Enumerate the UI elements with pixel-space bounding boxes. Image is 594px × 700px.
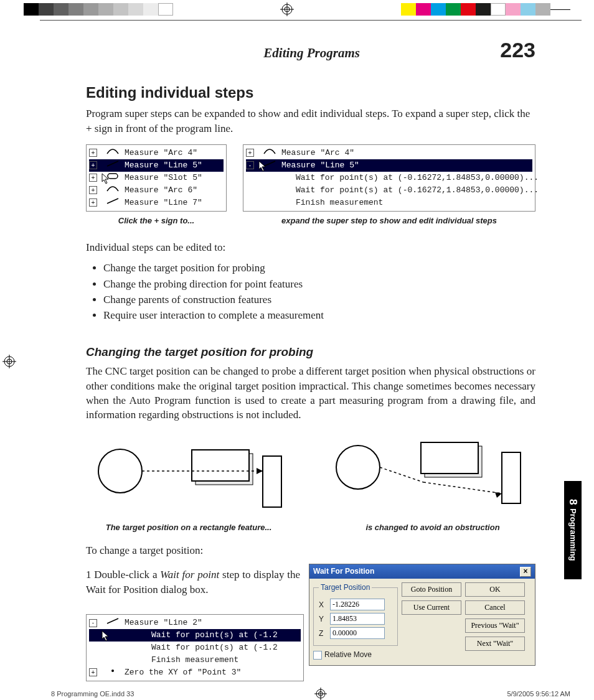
svg-rect-16 <box>263 456 281 507</box>
expand-icon[interactable]: + <box>89 174 97 182</box>
program-tree-expanded: +Measure "Arc 4"-Measure "Line 5"Wait fo… <box>243 144 535 212</box>
relative-move-label: Relative Move <box>324 650 372 660</box>
relative-move-checkbox[interactable] <box>313 651 322 660</box>
goto-position-button[interactable]: Goto Position <box>402 582 461 597</box>
svg-line-23 <box>380 467 423 482</box>
expand-icon[interactable]: + <box>246 149 254 157</box>
registration-mark-icon <box>2 355 16 368</box>
list-item: Require user interaction to complete a m… <box>103 308 535 322</box>
feature-icon <box>106 185 125 196</box>
lead-line: Individual steps can be edited to: <box>86 240 535 254</box>
expand-icon[interactable]: - <box>89 619 97 627</box>
tree-row-label: Measure "Arc 6" <box>125 185 197 196</box>
running-header: Editing Programs <box>123 45 500 61</box>
page: Editing Programs 223 Editing individual … <box>40 20 582 700</box>
bullet-list: Change the target position for probingCh… <box>103 261 535 323</box>
slug-timestamp: 5/9/2005 9:56:12 AM <box>507 690 570 698</box>
use-current-button[interactable]: Use Current <box>402 600 461 615</box>
ok-button[interactable]: OK <box>465 582 525 597</box>
tree-row[interactable]: +Measure "Arc 4" <box>246 147 532 159</box>
svg-line-26 <box>107 618 118 623</box>
tree-row-label: Wait for point(s) at (-0.16272,1.84853,0… <box>296 172 539 184</box>
tree-row[interactable]: Finish measurement <box>246 197 532 209</box>
tree-row[interactable]: Wait for point(s) at (-0.16272,1.84853,0… <box>246 184 532 197</box>
tree-row[interactable]: +Measure "Line 7" <box>89 197 224 209</box>
wait-for-position-dialog: Wait For Position × Target Position XYZ … <box>309 564 535 666</box>
axis-label: Z <box>319 628 330 639</box>
svg-marker-25 <box>495 492 502 498</box>
expand-icon[interactable]: + <box>89 161 97 169</box>
feature-icon <box>106 147 125 159</box>
list-item: Change the probing direction for point f… <box>103 277 535 291</box>
program-tree-collapsed: +Measure "Arc 4"+Measure "Line 5"+Measur… <box>86 144 227 212</box>
figure-caption: is changed to avoid an obstruction <box>330 522 535 533</box>
expand-icon[interactable]: + <box>89 198 97 207</box>
page-number: 223 <box>500 38 535 62</box>
tree-row-label: Zero the XY of "Point 3" <box>125 667 241 678</box>
previous-wait--button[interactable]: Previous "Wait" <box>465 618 525 633</box>
y-input[interactable] <box>330 613 385 625</box>
next-wait--button[interactable]: Next "Wait" <box>465 637 525 651</box>
tree-row[interactable]: Wait for point(s) at (-1.2 <box>89 629 301 642</box>
lead-line: To change a target position: <box>86 543 535 558</box>
tree-row[interactable]: -Measure "Line 2" <box>89 617 301 629</box>
tree-row[interactable]: Finish measurement <box>89 654 301 666</box>
list-item: Change parents of construction features <box>103 292 535 307</box>
tree-row[interactable]: Wait for point(s) at (-0.16272,1.84853,0… <box>246 172 532 184</box>
tree-row-label: Measure "Line 5" <box>125 160 202 171</box>
tree-row[interactable]: +Zero the XY of "Point 3" <box>89 666 301 679</box>
tree-row-label: Finish measurement <box>151 655 238 666</box>
program-tree-wait: -Measure "Line 2"Wait for point(s) at (-… <box>86 614 304 681</box>
tree-row-label: Measure "Line 2" <box>125 617 202 628</box>
tree-row-label: Measure "Arc 4" <box>281 147 354 159</box>
figure-caption: The target position on a rectangle featu… <box>86 522 291 533</box>
tree-row[interactable]: +Measure "Line 5" <box>89 159 224 172</box>
slug-file: 8 Programming OE.indd 33 <box>51 690 134 698</box>
printer-color-bars <box>0 0 594 16</box>
feature-icon <box>106 160 125 171</box>
tree-row-label: Finish measurement <box>296 197 383 208</box>
chapter-tab: 8 Programming <box>564 481 582 579</box>
expand-icon[interactable]: - <box>246 161 254 169</box>
tree-row[interactable]: +Measure "Arc 6" <box>89 184 224 197</box>
subheading: Changing the target position for probing <box>86 344 535 360</box>
expand-icon[interactable]: + <box>89 149 97 157</box>
tree-row[interactable]: Wait for point(s) at (-1.2 <box>89 642 301 654</box>
svg-rect-15 <box>192 450 249 481</box>
tree-row[interactable]: +Measure "Slot 5" <box>89 172 224 184</box>
tree-row-label: Wait for point(s) at (-1.2 <box>151 630 278 641</box>
x-input[interactable] <box>330 599 385 610</box>
list-item: Change the target position for probing <box>103 261 535 275</box>
svg-line-10 <box>107 198 118 203</box>
paragraph: The CNC target position can be changed t… <box>86 364 535 422</box>
section-heading: Editing individual steps <box>86 82 535 103</box>
svg-rect-21 <box>421 442 478 474</box>
svg-line-24 <box>423 482 502 493</box>
tree-row-label: Measure "Arc 4" <box>125 147 197 159</box>
obstruction-after-diagram <box>330 431 535 518</box>
intro-paragraph: Program super steps can be expanded to s… <box>86 106 535 136</box>
svg-line-8 <box>107 161 118 166</box>
target-position-group: Target Position XYZ <box>313 582 398 646</box>
expand-icon[interactable]: + <box>89 668 97 676</box>
figure-caption: Click the + sign to... <box>86 215 227 226</box>
tree-row-label: Wait for point(s) at (-1.2 <box>151 642 278 653</box>
registration-mark-icon <box>280 2 294 16</box>
feature-icon <box>106 617 125 628</box>
registration-mark-icon <box>314 688 327 700</box>
axis-label: X <box>319 600 330 610</box>
cancel-button[interactable]: Cancel <box>465 600 525 615</box>
figure-caption: expand the super step to show and edit i… <box>243 215 535 226</box>
close-icon[interactable]: × <box>520 567 531 577</box>
tree-row[interactable]: -Measure "Line 5" <box>246 159 532 172</box>
trim-line <box>550 9 570 10</box>
tree-row-label: Measure "Line 5" <box>281 160 359 171</box>
axis-label: Y <box>319 614 330 625</box>
expand-icon[interactable]: + <box>89 186 97 194</box>
feature-icon <box>106 667 125 678</box>
z-input[interactable] <box>330 627 385 639</box>
colour-swatches <box>401 3 550 16</box>
tree-row[interactable]: +Measure "Arc 4" <box>89 147 224 159</box>
tree-row-label: Measure "Line 7" <box>125 197 202 208</box>
svg-point-12 <box>98 449 142 493</box>
